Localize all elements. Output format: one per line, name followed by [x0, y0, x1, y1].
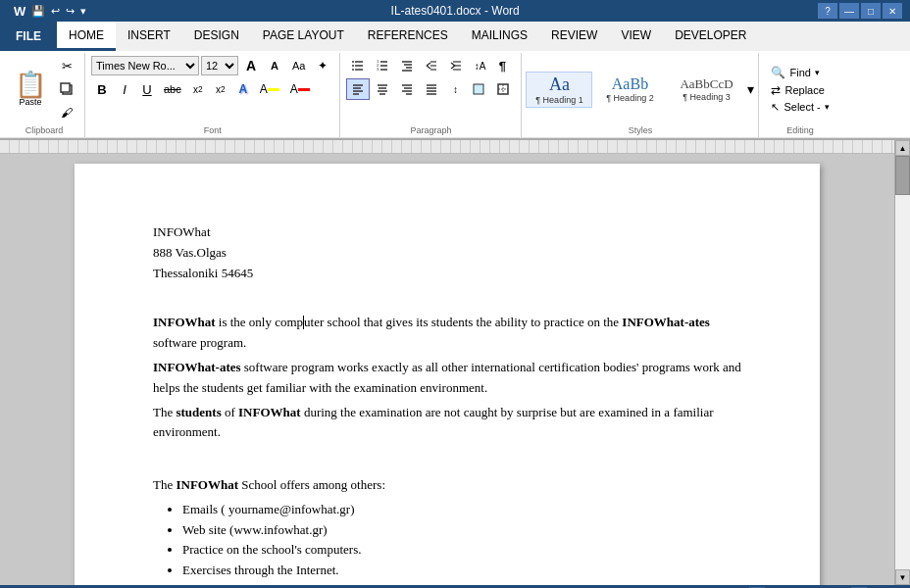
bold-button[interactable]: B [91, 78, 113, 100]
svg-point-6 [352, 65, 354, 67]
select-label: Select - [784, 101, 820, 113]
multi-list-icon [400, 59, 414, 73]
shading-icon [472, 82, 485, 96]
vertical-scrollbar[interactable]: ▲ ▼ [894, 140, 910, 585]
line-spacing-button[interactable]: ↕ [444, 78, 466, 100]
change-case-button[interactable]: Aa [287, 55, 310, 76]
tab-references[interactable]: REFERENCES [356, 22, 460, 51]
superscript-button[interactable]: x2 [210, 78, 231, 100]
redo-button[interactable]: ↪ [64, 4, 76, 19]
tab-file[interactable]: FILE [0, 22, 57, 51]
underline-button[interactable]: U [136, 78, 158, 100]
cut-button[interactable]: ✂ [55, 55, 78, 76]
para4-infowhat: INFOWhat [176, 477, 238, 492]
para2: INFOWhat-ates software program works exa… [153, 358, 741, 399]
para3: The students of INFOWhat during the exam… [153, 403, 741, 444]
italic-button[interactable]: I [114, 78, 135, 100]
paste-button[interactable]: 📋 Paste [10, 69, 51, 110]
list-item: Competitions with big gifts for the winn… [182, 581, 741, 585]
help-button[interactable]: ? [818, 3, 837, 19]
list-item: Practice on the school's computers. [182, 540, 741, 561]
clear-formatting-button[interactable]: ✦ [312, 55, 333, 76]
shrink-font-button[interactable]: A [264, 55, 285, 76]
text-highlight-button[interactable]: A [255, 78, 284, 100]
tab-review[interactable]: REVIEW [539, 22, 609, 51]
minimize-button[interactable]: — [839, 3, 859, 19]
styles-label: Styles [629, 125, 653, 135]
font-size-select[interactable]: 12 [201, 56, 238, 75]
style-heading3[interactable]: AaBbCcD ¶ Heading 3 [667, 74, 745, 104]
select-button[interactable]: ↖ Select - ▾ [767, 100, 833, 115]
subscript-button[interactable]: x2 [187, 78, 209, 100]
style-heading2[interactable]: AaBb ¶ Heading 2 [596, 74, 663, 105]
scroll-up-arrow[interactable]: ▲ [895, 140, 910, 156]
increase-indent-button[interactable] [444, 55, 468, 76]
heading1-preview: Aa [549, 74, 570, 95]
para1-infowhat-ates: INFOWhat-ates [622, 315, 710, 329]
sort-button[interactable]: ↕A [469, 55, 490, 76]
copy-icon [60, 82, 74, 96]
shading-button[interactable] [467, 78, 490, 100]
document-page[interactable]: INFOWhat 888 Vas.Olgas Thessaloniki 5464… [75, 164, 820, 585]
multi-list-button[interactable] [395, 55, 419, 76]
ruler [0, 140, 894, 154]
scroll-down-arrow[interactable]: ▼ [895, 569, 910, 585]
para4-intro: The INFOWhat School offers among others: [153, 475, 741, 496]
borders-button[interactable] [491, 78, 515, 100]
clipboard-sub: ✂ 🖌 [55, 55, 78, 123]
app-icon: W [12, 3, 27, 20]
font-name-select[interactable]: Times New Ro... [91, 56, 199, 75]
align-right-button[interactable] [395, 78, 419, 100]
close-button[interactable]: ✕ [883, 3, 902, 19]
document-scroll[interactable]: INFOWhat 888 Vas.Olgas Thessaloniki 5464… [0, 154, 894, 585]
styles-dropdown-button[interactable]: ▾ [747, 81, 754, 97]
grow-font-button[interactable]: A [240, 55, 262, 76]
company-city: Thessaloniki 54645 [153, 264, 741, 284]
bullets-button[interactable] [346, 55, 370, 76]
find-dropdown[interactable]: ▾ [815, 68, 820, 77]
tab-design[interactable]: DESIGN [182, 22, 251, 51]
replace-button[interactable]: ⇄ Replace [767, 82, 833, 98]
quick-access-dropdown[interactable]: ▾ [78, 4, 88, 19]
select-dropdown[interactable]: ▾ [825, 102, 830, 112]
tab-home[interactable]: HOME [57, 22, 116, 51]
show-paragraph-button[interactable]: ¶ [491, 55, 513, 76]
tab-developer[interactable]: DEVELOPER [663, 22, 758, 51]
format-painter-button[interactable]: 🖌 [55, 102, 78, 123]
align-center-icon [376, 82, 389, 96]
strikethrough-button[interactable]: abc [159, 78, 186, 100]
numbering-icon: 123 [376, 59, 389, 73]
text-cursor [303, 316, 304, 329]
undo-button[interactable]: ↩ [49, 4, 62, 19]
list-item: Web site (www.infowhat.gr) [182, 520, 741, 541]
justify-button[interactable] [420, 78, 443, 100]
text-effects-button[interactable]: A [232, 78, 254, 100]
style-heading1[interactable]: Aa ¶ Heading 1 [526, 72, 592, 108]
decrease-indent-icon [425, 59, 438, 73]
numbering-button[interactable]: 123 [371, 55, 394, 76]
font-color-button[interactable]: A [285, 78, 315, 100]
copy-button[interactable] [55, 78, 78, 100]
tab-insert[interactable]: INSERT [116, 22, 182, 51]
svg-text:3: 3 [377, 67, 379, 72]
scroll-thumb[interactable] [895, 156, 910, 195]
align-center-button[interactable] [371, 78, 394, 100]
tab-mailings[interactable]: MAILINGS [460, 22, 539, 51]
svg-point-5 [352, 61, 354, 63]
svg-rect-44 [474, 84, 483, 94]
ribbon: FILE HOME INSERT DESIGN PAGE LAYOUT REFE… [0, 22, 910, 140]
find-button[interactable]: 🔍 Find ▾ [767, 65, 833, 80]
align-left-button[interactable] [346, 78, 370, 100]
para1-infowhat: INFOWhat [153, 315, 216, 329]
decrease-indent-button[interactable] [420, 55, 443, 76]
bullets-icon [351, 59, 365, 73]
para-row1: 123 ↕A ¶ [346, 55, 515, 76]
save-button[interactable]: 💾 [29, 4, 47, 19]
title-bar: W 💾 ↩ ↪ ▾ IL-ates0401.docx - Word ? — □ … [0, 0, 910, 22]
maximize-button[interactable]: □ [861, 3, 881, 19]
find-label: Find [789, 67, 810, 78]
font-label: Font [204, 125, 222, 135]
tab-page-layout[interactable]: PAGE LAYOUT [251, 22, 356, 51]
justify-icon [425, 82, 438, 96]
tab-view[interactable]: VIEW [609, 22, 663, 51]
